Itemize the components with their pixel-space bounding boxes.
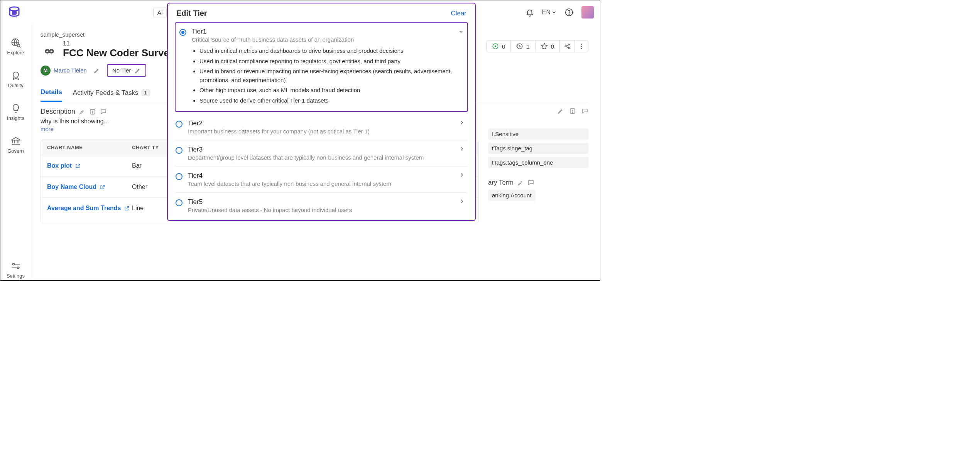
tier-name: Tier4 xyxy=(188,172,465,180)
tier-name: Tier1 xyxy=(192,28,463,35)
tab-count-badge: 1 xyxy=(142,89,150,96)
tier-name: Tier5 xyxy=(188,198,465,206)
page-title: FCC New Coder Survey 2 xyxy=(63,47,183,59)
stat-queries[interactable]: 0 xyxy=(486,40,511,52)
svg-rect-1 xyxy=(12,11,17,15)
stats-row: 0 1 0 xyxy=(486,40,588,52)
share-icon xyxy=(564,43,571,50)
kebab-icon xyxy=(578,43,585,50)
pencil-icon xyxy=(558,108,564,114)
tier-description: Team level datasets that are typically n… xyxy=(188,180,465,187)
external-link-icon xyxy=(124,205,130,211)
app-logo[interactable] xyxy=(7,5,22,20)
edit-glossary-button[interactable] xyxy=(517,180,524,186)
more-button[interactable] xyxy=(575,40,588,52)
tier-selector[interactable]: No Tier xyxy=(107,64,146,77)
svg-point-12 xyxy=(568,44,569,45)
tag-chip[interactable]: I.Sensitive xyxy=(488,128,588,140)
language-label: EN xyxy=(542,9,551,16)
comment-icon xyxy=(100,108,107,115)
chevron-right-icon[interactable] xyxy=(459,172,465,178)
glossary-term-chip[interactable]: anking.Account xyxy=(488,190,536,201)
tag-chip[interactable]: tTags.singe_tag xyxy=(488,143,588,154)
description-action-icon[interactable] xyxy=(89,108,96,115)
sidebar: Explore Quality Insights Govern Settings xyxy=(0,24,31,280)
pencil-icon xyxy=(517,180,524,186)
globe-search-icon xyxy=(10,37,21,48)
chevron-right-icon[interactable] xyxy=(459,198,465,204)
clear-button[interactable]: Clear xyxy=(451,10,466,17)
tags-action-icon[interactable] xyxy=(569,108,576,114)
tier-label: No Tier xyxy=(112,67,131,74)
edit-owner-button[interactable] xyxy=(94,67,100,74)
stat-favorites[interactable]: 0 xyxy=(536,40,560,52)
stat-value: 0 xyxy=(502,43,505,50)
help-icon[interactable] xyxy=(564,7,574,18)
chart-link[interactable]: Average and Sum Trends xyxy=(47,205,132,212)
svg-point-18 xyxy=(92,113,93,113)
sidebar-item-label: Govern xyxy=(7,148,24,154)
chevron-right-icon[interactable] xyxy=(459,120,465,126)
tier-name: Tier2 xyxy=(188,120,465,127)
comment-icon xyxy=(527,179,534,186)
tier-description: Private/Unused data assets - No impact b… xyxy=(188,207,465,213)
external-link-icon xyxy=(75,163,81,169)
sidebar-item-insights[interactable]: Insights xyxy=(0,101,31,123)
owner-chip[interactable]: M Marco Tielen xyxy=(41,66,87,76)
chart-link[interactable]: Boy Name Cloud xyxy=(47,184,132,190)
description-more-link[interactable]: more xyxy=(41,126,54,132)
target-icon xyxy=(492,43,499,50)
tier-option-tier4[interactable]: Tier4 Team level datasets that are typic… xyxy=(175,167,468,193)
chart-link[interactable]: Box plot xyxy=(47,162,132,169)
bank-icon xyxy=(10,136,21,146)
tier-option-tier5[interactable]: Tier5 Private/Unused data assets - No im… xyxy=(175,193,468,219)
stat-value: 1 xyxy=(526,43,529,50)
tab-activity[interactable]: Activity Feeds & Tasks 1 xyxy=(73,86,150,101)
svg-point-13 xyxy=(568,47,569,49)
sidebar-item-govern[interactable]: Govern xyxy=(0,134,31,155)
tier-option-tier1[interactable]: Tier1 Critical Source of Truth business … xyxy=(175,22,468,112)
sidebar-item-explore[interactable]: Explore xyxy=(0,36,31,57)
glossary-comment-icon[interactable] xyxy=(527,179,534,186)
comment-icon xyxy=(581,108,588,114)
tier-bullets: Used in critical metrics and dashboards … xyxy=(193,47,463,105)
pencil-icon xyxy=(94,67,100,74)
svg-point-6 xyxy=(13,72,19,77)
col-header-name: CHART NAME xyxy=(47,145,132,150)
tags-comment-icon[interactable] xyxy=(581,108,588,114)
language-select[interactable]: EN xyxy=(542,9,557,16)
star-icon xyxy=(541,43,548,50)
edit-description-button[interactable] xyxy=(79,109,85,115)
sidebar-item-settings[interactable]: Settings xyxy=(0,259,31,280)
owner-avatar: M xyxy=(41,66,51,76)
chevron-down-icon[interactable] xyxy=(458,29,464,35)
external-link-icon xyxy=(100,184,105,190)
svg-point-7 xyxy=(12,263,14,265)
user-avatar[interactable] xyxy=(581,6,594,19)
description-comment-icon[interactable] xyxy=(100,108,107,115)
tier-option-tier2[interactable]: Tier2 Important business datasets for yo… xyxy=(175,114,468,140)
edit-tags-button[interactable] xyxy=(558,108,564,114)
sidebar-item-label: Insights xyxy=(7,115,24,121)
owner-name: Marco Tielen xyxy=(54,67,87,74)
sidebar-item-label: Explore xyxy=(7,50,24,56)
share-button[interactable] xyxy=(560,40,575,52)
svg-point-8 xyxy=(17,267,19,269)
svg-point-16 xyxy=(581,48,582,49)
bell-icon[interactable] xyxy=(524,7,535,18)
pencil-icon xyxy=(135,67,141,74)
request-icon xyxy=(569,108,576,114)
pencil-icon xyxy=(79,109,85,115)
search-input[interactable]: Al xyxy=(153,7,167,18)
sidebar-item-quality[interactable]: Quality xyxy=(0,69,31,90)
radio-icon xyxy=(176,121,182,128)
tag-chip[interactable]: tTags.tags_column_one xyxy=(488,157,588,168)
stat-history[interactable]: 1 xyxy=(511,40,535,52)
chevron-right-icon[interactable] xyxy=(459,146,465,152)
tier-option-tier3[interactable]: Tier3 Department/group level datasets th… xyxy=(175,140,468,167)
stat-value: 0 xyxy=(551,43,554,50)
dashboard-icon xyxy=(41,42,58,60)
radio-icon xyxy=(176,199,182,206)
svg-point-14 xyxy=(581,44,582,45)
tab-details[interactable]: Details xyxy=(41,85,62,102)
